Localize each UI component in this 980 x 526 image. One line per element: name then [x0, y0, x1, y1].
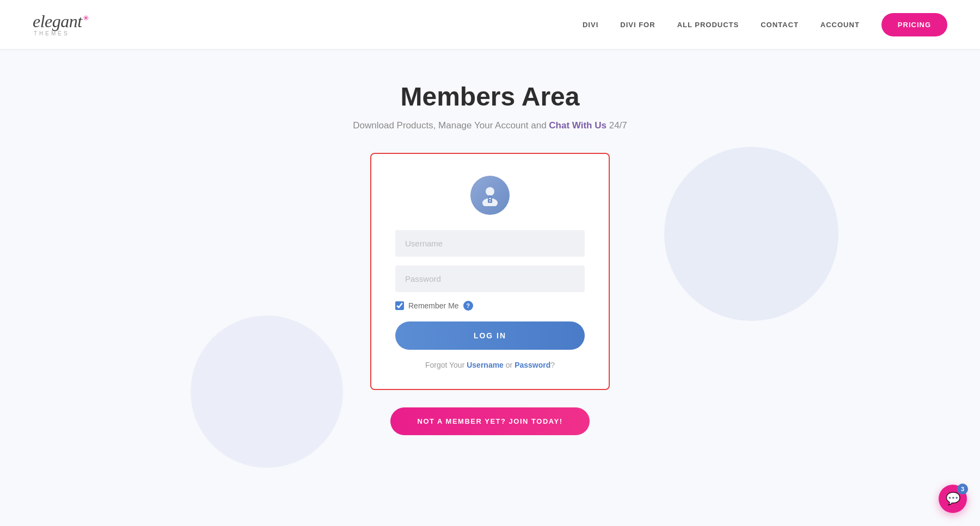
logo-elegant: elegant — [33, 13, 82, 30]
remember-me-row: Remember Me ? — [395, 301, 585, 311]
subtitle-text-after: 24/7 — [607, 120, 627, 131]
page-subtitle: Download Products, Manage Your Account a… — [353, 120, 627, 131]
logo-star: ✳ — [83, 14, 89, 22]
forgot-password-link[interactable]: Password — [514, 361, 550, 369]
login-button[interactable]: LOG IN — [395, 321, 585, 350]
forgot-prefix: Forgot Your — [425, 361, 467, 369]
svg-point-0 — [486, 187, 494, 196]
nav-contact[interactable]: CONTACT — [761, 21, 799, 29]
bg-circle-bottom — [191, 315, 343, 468]
forgot-or: or — [504, 361, 514, 369]
username-input[interactable] — [395, 230, 585, 257]
forgot-suffix: ? — [550, 361, 555, 369]
login-card: Remember Me ? LOG IN Forgot Your Usernam… — [370, 153, 610, 390]
help-icon[interactable]: ? — [463, 301, 473, 311]
logo-themes: themes — [33, 31, 89, 36]
svg-point-3 — [489, 200, 491, 201]
forgot-credentials-row: Forgot Your Username or Password? — [395, 361, 585, 369]
nav-divi-for[interactable]: DIVI FOR — [620, 21, 655, 29]
user-svg — [479, 184, 501, 206]
remember-me-label: Remember Me — [408, 301, 459, 310]
remember-me-checkbox[interactable] — [395, 301, 404, 310]
page-title: Members Area — [400, 82, 579, 112]
pricing-button[interactable]: PRICING — [881, 13, 947, 36]
forgot-username-link[interactable]: Username — [467, 361, 504, 369]
nav-account[interactable]: ACCOUNT — [820, 21, 860, 29]
header: elegant ✳ themes DIVI DIVI FOR ALL PRODU… — [0, 0, 980, 49]
chat-with-us-link[interactable]: Chat With Us — [549, 120, 607, 131]
nav-divi[interactable]: DIVI — [583, 21, 598, 29]
chat-bubble-icon: 💬 — [946, 492, 960, 506]
join-button[interactable]: NOT A MEMBER YET? JOIN TODAY! — [390, 407, 590, 435]
nav-all-products[interactable]: ALL PRODUCTS — [677, 21, 739, 29]
main-nav: DIVI DIVI FOR ALL PRODUCTS CONTACT ACCOU… — [583, 13, 947, 36]
chat-badge: 3 — [957, 484, 968, 494]
logo[interactable]: elegant ✳ themes — [33, 13, 89, 36]
user-icon-wrapper — [395, 176, 585, 215]
chat-bubble[interactable]: 💬 3 — [939, 485, 967, 513]
user-avatar-icon — [470, 176, 510, 215]
password-input[interactable] — [395, 265, 585, 292]
bg-circle-right — [664, 147, 838, 321]
main-content: Members Area Download Products, Manage Y… — [0, 49, 980, 435]
subtitle-text-before: Download Products, Manage Your Account a… — [353, 120, 549, 131]
